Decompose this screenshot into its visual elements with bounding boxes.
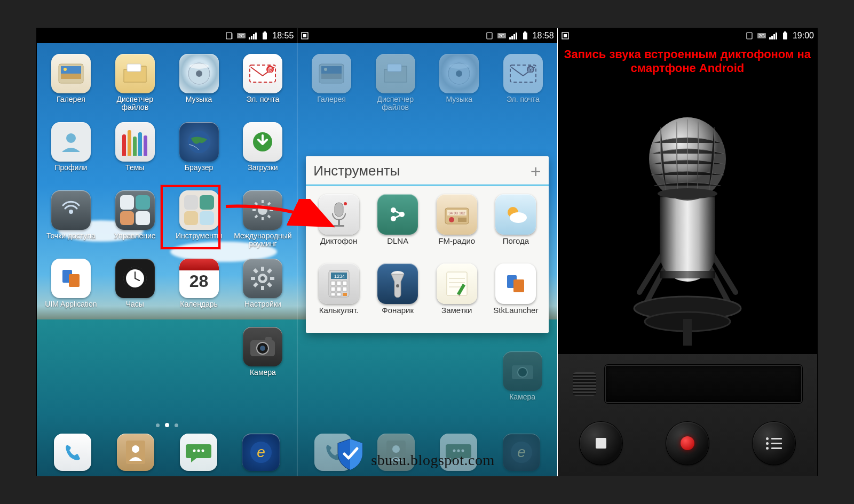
- svg-rect-55: [523, 33, 527, 39]
- app-calendar[interactable]: 28Календарь: [167, 255, 231, 324]
- dock: e: [37, 428, 297, 476]
- app-label: Погода: [503, 237, 529, 245]
- svg-rect-120: [783, 33, 787, 39]
- profile-icon: [51, 122, 91, 162]
- svg-rect-35: [253, 282, 258, 287]
- lcd-display: [606, 366, 801, 402]
- svg-rect-56: [524, 31, 526, 33]
- app-mail[interactable]: @Эл. почта: [231, 51, 295, 119]
- svg-rect-94: [337, 293, 341, 296]
- stop-button[interactable]: [580, 422, 622, 465]
- app-label: Часы: [126, 300, 144, 308]
- svg-rect-70: [335, 203, 343, 217]
- flashlight-icon: [377, 263, 418, 304]
- app-label: Темы: [125, 164, 144, 172]
- svg-rect-11: [127, 64, 141, 71]
- recorder-icon: [319, 194, 359, 235]
- app-torch[interactable]: Фонарик: [368, 260, 428, 330]
- svg-rect-127: [660, 271, 715, 278]
- dock-messages[interactable]: [180, 434, 217, 471]
- app-settings[interactable]: Настройки: [231, 255, 295, 324]
- app-label: Профили: [54, 164, 87, 172]
- app-weather[interactable]: Погода: [486, 191, 545, 260]
- svg-point-18: [66, 133, 76, 143]
- ebrowser-icon: e: [503, 434, 540, 471]
- svg-rect-53: [513, 34, 515, 39]
- folder-icon: [376, 54, 415, 93]
- music-icon: [439, 54, 479, 93]
- dock-contacts[interactable]: [117, 434, 154, 471]
- svg-point-13: [196, 70, 202, 77]
- weather-icon: [495, 194, 536, 235]
- svg-point-73: [344, 202, 347, 205]
- add-button[interactable]: +: [531, 166, 541, 177]
- app-label: Камера: [250, 369, 276, 377]
- dock-browser-e[interactable]: e: [242, 434, 280, 471]
- svg-rect-117: [771, 36, 773, 39]
- svg-point-45: [201, 450, 204, 452]
- app-downloads[interactable]: Загрузки: [231, 119, 295, 187]
- app-dlna[interactable]: DLNA: [368, 191, 428, 260]
- app-running-icon: [561, 31, 570, 40]
- svg-rect-32: [253, 268, 258, 274]
- svg-rect-33: [267, 282, 272, 287]
- shield-icon: [336, 438, 365, 473]
- dock-phone[interactable]: [54, 434, 91, 471]
- app-recorder[interactable]: Диктофон: [309, 191, 368, 260]
- stop-icon: [596, 438, 606, 449]
- app-fmradio[interactable]: 94 98 102FM-радио: [427, 191, 486, 260]
- svg-rect-31: [270, 277, 274, 280]
- status-bar: 2G 19:00: [558, 28, 817, 43]
- stk-icon: [495, 263, 536, 304]
- clock-text: 18:58: [533, 31, 554, 41]
- svg-rect-72: [334, 225, 344, 227]
- svg-rect-24: [69, 274, 80, 287]
- app-label: UIM Application: [45, 300, 97, 308]
- app-uim[interactable]: UIM Application: [39, 255, 103, 324]
- svg-point-21: [69, 210, 73, 214]
- folder-header: Инструменты +: [306, 156, 548, 186]
- empty-cell: [103, 324, 167, 392]
- svg-rect-10: [61, 74, 81, 79]
- app-music[interactable]: Музыка: [167, 51, 231, 119]
- folder-grid: ДиктофонDLNA94 98 102FM-радиоПогода1234К…: [306, 186, 548, 333]
- overlay-title: Запись звука встроенным диктофоном на см…: [558, 47, 817, 75]
- app-label: Диспетчер файлов: [106, 95, 164, 111]
- signal-icon: [249, 31, 257, 40]
- app-mail: @Эл. почта: [491, 51, 555, 119]
- app-themes[interactable]: Темы: [103, 119, 167, 187]
- app-label: Управление: [114, 232, 156, 240]
- app-stk[interactable]: StkLauncher: [486, 260, 545, 330]
- app-camera-dimmed: Камера: [493, 348, 552, 401]
- app-label: Диспетчер файлов: [366, 95, 425, 111]
- app-files[interactable]: Диспетчер файлов: [103, 51, 167, 119]
- app-roaming[interactable]: Международный роуминг: [231, 187, 295, 255]
- battery-icon: [781, 31, 789, 40]
- app-hotspot[interactable]: Точки доступа: [39, 187, 103, 255]
- app-browser[interactable]: Браузер: [167, 119, 231, 187]
- app-notes[interactable]: Заметки: [427, 260, 486, 330]
- app-gallery[interactable]: Галерея: [39, 51, 103, 119]
- app-calc[interactable]: 1234Калькулят.: [309, 260, 368, 330]
- svg-rect-105: [513, 279, 524, 292]
- svg-rect-2: [251, 36, 252, 39]
- svg-text:94 98 102: 94 98 102: [448, 211, 465, 215]
- app-manage[interactable]: Управление: [103, 187, 167, 255]
- camera-icon: [243, 327, 282, 366]
- app-camera[interactable]: Камера: [231, 324, 295, 392]
- record-button[interactable]: [666, 422, 709, 465]
- clock-text: 18:55: [272, 31, 294, 41]
- folder-title[interactable]: Инструменты: [313, 163, 400, 179]
- battery-icon: [521, 31, 529, 40]
- svg-rect-90: [331, 287, 335, 291]
- svg-rect-29: [261, 286, 264, 290]
- svg-point-59: [324, 68, 327, 71]
- svg-rect-6: [264, 31, 266, 33]
- recorder-controls-panel: [558, 354, 817, 476]
- svg-rect-87: [331, 281, 335, 285]
- recordings-list-button[interactable]: [753, 422, 795, 465]
- app-label: Фонарик: [382, 306, 414, 314]
- app-clock[interactable]: Часы: [103, 255, 167, 324]
- dock-browser-e[interactable]: e: [503, 434, 540, 471]
- app-profiles[interactable]: Профили: [39, 119, 103, 187]
